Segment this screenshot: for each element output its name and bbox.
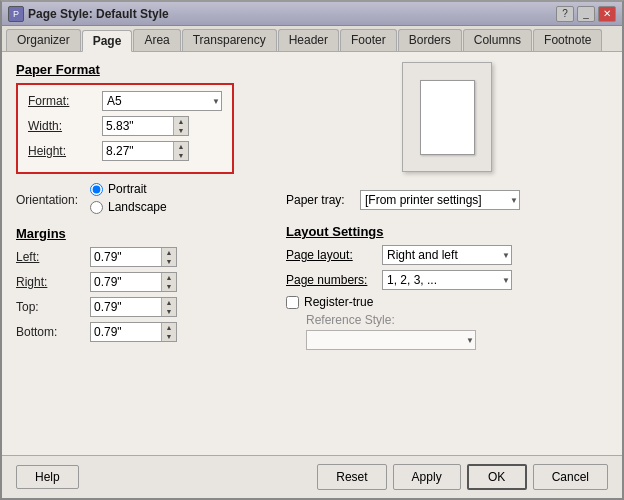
- margin-top-input-wrapper: ▲ ▼: [90, 297, 177, 317]
- window-title: Page Style: Default Style: [28, 7, 169, 21]
- height-input[interactable]: [103, 142, 173, 160]
- width-input[interactable]: [103, 117, 173, 135]
- margin-top-input[interactable]: [91, 298, 161, 316]
- reference-style-select[interactable]: [306, 330, 476, 350]
- page-layout-select[interactable]: Right and left Mirrored Only right Only …: [382, 245, 512, 265]
- margin-bottom-spin-down[interactable]: ▼: [162, 332, 176, 341]
- title-bar-left: P Page Style: Default Style: [8, 6, 169, 22]
- dialog-window: P Page Style: Default Style ? _ ✕ Organi…: [0, 0, 624, 500]
- paper-format-box: Format: A5 A4 Letter ▼ Width:: [16, 83, 234, 174]
- tab-transparency[interactable]: Transparency: [182, 29, 277, 51]
- margin-bottom-spin: ▲ ▼: [161, 323, 176, 341]
- margin-left-spin-down[interactable]: ▼: [162, 257, 176, 266]
- margin-right-spin-down[interactable]: ▼: [162, 282, 176, 291]
- margin-right-input[interactable]: [91, 273, 161, 291]
- register-true-checkbox[interactable]: [286, 296, 299, 309]
- width-input-wrapper: ▲ ▼: [102, 116, 189, 136]
- format-select[interactable]: A5 A4 Letter: [102, 91, 222, 111]
- orientation-options: Portrait Landscape: [90, 182, 167, 218]
- margin-bottom-label: Bottom:: [16, 325, 86, 339]
- format-row: Format: A5 A4 Letter ▼: [28, 91, 222, 111]
- tab-area[interactable]: Area: [133, 29, 180, 51]
- margin-top-spin: ▲ ▼: [161, 298, 176, 316]
- register-true-label: Register-true: [304, 295, 373, 309]
- format-select-wrapper: A5 A4 Letter ▼: [102, 91, 222, 111]
- margin-right-row: Right: ▲ ▼: [16, 272, 276, 292]
- paper-tray-label: Paper tray:: [286, 193, 356, 207]
- margin-right-label: Right:: [16, 275, 86, 289]
- tab-footer[interactable]: Footer: [340, 29, 397, 51]
- tab-columns[interactable]: Columns: [463, 29, 532, 51]
- reference-style-select-wrapper-outer: ▼: [306, 330, 608, 350]
- orientation-block: Orientation: Portrait Landscape: [16, 182, 276, 218]
- reference-style-label: Reference Style:: [306, 313, 608, 327]
- margin-right-spin-up[interactable]: ▲: [162, 273, 176, 282]
- page-numbers-select[interactable]: 1, 2, 3, ... A, B, C I, II, III: [382, 270, 512, 290]
- width-spin-up[interactable]: ▲: [174, 117, 188, 126]
- left-panel: Paper Format Format: A5 A4 Letter ▼: [16, 62, 276, 350]
- layout-settings-title: Layout Settings: [286, 224, 608, 239]
- width-row: Width: ▲ ▼: [28, 116, 222, 136]
- bottom-right-buttons: Reset Apply OK Cancel: [317, 464, 608, 490]
- paper-tray-select-wrapper: [From printer settings] Tray 1 Tray 2 ▼: [360, 190, 520, 210]
- right-panel: Paper tray: [From printer settings] Tray…: [286, 62, 608, 350]
- tab-borders[interactable]: Borders: [398, 29, 462, 51]
- landscape-label: Landscape: [108, 200, 167, 214]
- orientation-label: Orientation:: [16, 193, 86, 207]
- ok-button[interactable]: OK: [467, 464, 527, 490]
- landscape-radio[interactable]: [90, 201, 103, 214]
- width-spin-down[interactable]: ▼: [174, 126, 188, 135]
- tab-page[interactable]: Page: [82, 30, 133, 52]
- height-label: Height:: [28, 144, 98, 158]
- width-spin-buttons: ▲ ▼: [173, 117, 188, 135]
- tab-organizer[interactable]: Organizer: [6, 29, 81, 51]
- margin-left-input-wrapper: ▲ ▼: [90, 247, 177, 267]
- apply-button[interactable]: Apply: [393, 464, 461, 490]
- main-area: Paper Format Format: A5 A4 Letter ▼: [16, 62, 608, 350]
- window-icon: P: [8, 6, 24, 22]
- reset-button[interactable]: Reset: [317, 464, 386, 490]
- margins-title: Margins: [16, 226, 276, 241]
- help-title-button[interactable]: ?: [556, 6, 574, 22]
- page-content: Paper Format Format: A5 A4 Letter ▼: [2, 52, 622, 455]
- margin-left-input[interactable]: [91, 248, 161, 266]
- height-spin-up[interactable]: ▲: [174, 142, 188, 151]
- margin-top-spin-up[interactable]: ▲: [162, 298, 176, 307]
- height-spin-buttons: ▲ ▼: [173, 142, 188, 160]
- paper-preview: [402, 62, 492, 172]
- landscape-row: Landscape: [90, 200, 167, 214]
- register-true-row: Register-true: [286, 295, 608, 309]
- margin-right-spin: ▲ ▼: [161, 273, 176, 291]
- page-numbers-select-wrapper: 1, 2, 3, ... A, B, C I, II, III ▼: [382, 270, 512, 290]
- margin-left-spin: ▲ ▼: [161, 248, 176, 266]
- height-row: Height: ▲ ▼: [28, 141, 222, 161]
- help-button[interactable]: Help: [16, 465, 79, 489]
- margins-section: Margins Left: ▲ ▼: [16, 226, 276, 342]
- tab-footnote[interactable]: Footnote: [533, 29, 602, 51]
- margin-bottom-input-wrapper: ▲ ▼: [90, 322, 177, 342]
- cancel-button[interactable]: Cancel: [533, 464, 608, 490]
- margin-top-row: Top: ▲ ▼: [16, 297, 276, 317]
- layout-settings-section: Layout Settings Page layout: Right and l…: [286, 224, 608, 350]
- margin-bottom-input[interactable]: [91, 323, 161, 341]
- margin-bottom-row: Bottom: ▲ ▼: [16, 322, 276, 342]
- page-layout-label: Page layout:: [286, 248, 376, 262]
- height-input-wrapper: ▲ ▼: [102, 141, 189, 161]
- paper-tray-row: Paper tray: [From printer settings] Tray…: [286, 190, 608, 210]
- close-button[interactable]: ✕: [598, 6, 616, 22]
- margin-left-spin-up[interactable]: ▲: [162, 248, 176, 257]
- portrait-row: Portrait: [90, 182, 167, 196]
- paper-tray-select[interactable]: [From printer settings] Tray 1 Tray 2: [360, 190, 520, 210]
- tab-header[interactable]: Header: [278, 29, 339, 51]
- margin-bottom-spin-up[interactable]: ▲: [162, 323, 176, 332]
- minimize-button[interactable]: _: [577, 6, 595, 22]
- paper-format-title: Paper Format: [16, 62, 276, 77]
- bottom-bar: Help Reset Apply OK Cancel: [2, 455, 622, 498]
- title-bar: P Page Style: Default Style ? _ ✕: [2, 2, 622, 26]
- margin-top-spin-down[interactable]: ▼: [162, 307, 176, 316]
- margin-left-label: Left:: [16, 250, 86, 264]
- portrait-radio[interactable]: [90, 183, 103, 196]
- orientation-row: Orientation: Portrait Landscape: [16, 182, 276, 218]
- height-spin-down[interactable]: ▼: [174, 151, 188, 160]
- page-numbers-row: Page numbers: 1, 2, 3, ... A, B, C I, II…: [286, 270, 608, 290]
